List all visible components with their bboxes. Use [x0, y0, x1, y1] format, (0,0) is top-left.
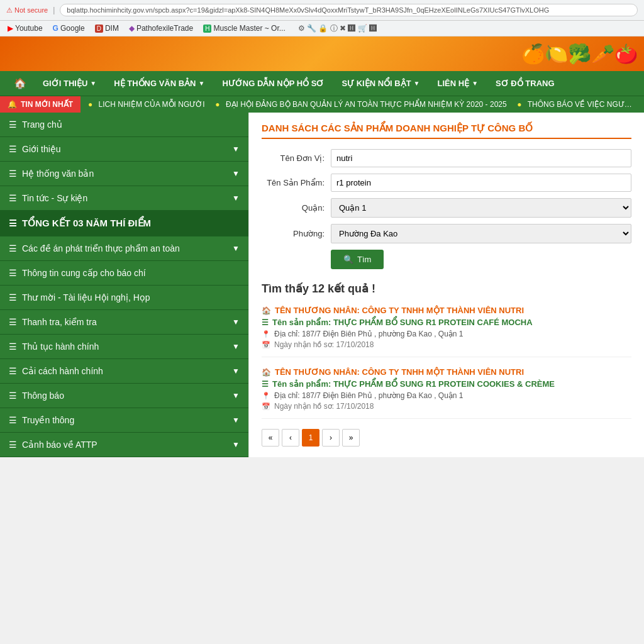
list-icon-6: ☰	[9, 268, 17, 278]
pathofexile-icon: ◆	[129, 24, 135, 33]
sidebar-item-truyen-thong[interactable]: ☰ Truyền thông ▼	[0, 408, 248, 433]
don-vi-label: Tên Đơn Vị:	[262, 153, 325, 163]
result-item-2: 🏠 TÊN THƯƠNG NHÂN: CÔNG TY TNHH MỘT THÀN…	[262, 367, 631, 419]
ticker-bullet-2: ●	[215, 100, 219, 109]
sidebar-item-thu-tuc[interactable]: ☰ Thủ tục hành chính ▼	[0, 335, 248, 359]
sidebar-item-tong-ket[interactable]: ☰ TỔNG KẾT 03 NĂM THÍ ĐIỂM	[0, 211, 248, 236]
pagination-page-1[interactable]: 1	[302, 429, 319, 447]
url-bar[interactable]: bqlattp.hochiminhcity.gov.vn/spcb.aspx?c…	[60, 4, 638, 16]
sidebar-item-de-an[interactable]: ☰ Các đề án phát triển thực phẩm an toàn…	[0, 236, 248, 261]
don-vi-input[interactable]	[331, 149, 631, 167]
list-icon-r2: ☰	[262, 380, 269, 389]
su-kien-arrow: ▼	[414, 80, 420, 87]
quan-row: Quận: Quận 1	[262, 198, 631, 218]
muscle-master-icon: H	[203, 25, 211, 33]
pin-icon-1: 📍	[262, 330, 270, 338]
list-icon-13: ☰	[9, 440, 17, 450]
site-banner: 🍊🍋🥦🥕🍅	[0, 36, 644, 71]
sidebar-item-thong-tin[interactable]: ☰ Thông tin cung cấp cho báo chí	[0, 261, 248, 286]
result-2-product[interactable]: ☰ Tên sản phẩm: THỰC PHẨM BỔ SUNG R1 PRO…	[262, 379, 631, 389]
tin-tuc-expand: ▼	[232, 194, 240, 203]
calendar-icon-2: 📅	[262, 402, 270, 411]
list-icon-2: ☰	[9, 169, 17, 179]
san-pham-label: Tên Sản Phẩm:	[262, 178, 325, 187]
url-text: bqlattp.hochiminhcity.gov.vn/spcb.aspx?c…	[67, 6, 549, 14]
van-ban-expand: ▼	[232, 169, 240, 178]
dim-icon: D	[95, 25, 103, 33]
thanh-tra-expand: ▼	[232, 318, 240, 326]
home-icon: 🏠	[14, 78, 26, 89]
bookmarks-bar: ▶ Youtube G Google D DIM ◆ PathofexileTr…	[0, 21, 644, 36]
nav-item-he-thong-van-ban[interactable]: HỆ THỐNG VĂN BẢN ▼	[105, 72, 213, 94]
san-pham-row: Tên Sản Phẩm:	[262, 174, 631, 192]
search-icon: 🔍	[343, 255, 353, 264]
browser-chrome: ⚠ Not secure | bqlattp.hochiminhcity.gov…	[0, 0, 644, 21]
website: 🍊🍋🥦🥕🍅 🏠 GIỚI THIỆU ▼ HỆ THỐNG VĂN BẢN ▼ …	[0, 36, 644, 457]
nav-item-huong-dan[interactable]: HƯỚNG DẪN NỘP HỒ SƠ	[213, 72, 333, 94]
page-title: DANH SÁCH CÁC SẢN PHẨM DOANH NGHIỆP TỰ C…	[262, 123, 631, 139]
sidebar-item-he-thong-van-ban[interactable]: ☰ Hệ thống văn bản ▼	[0, 162, 248, 186]
de-an-expand: ▼	[232, 244, 240, 253]
quan-label: Quận:	[262, 203, 325, 213]
list-icon-7: ☰	[9, 292, 17, 303]
pagination-next[interactable]: ›	[322, 429, 340, 447]
banner-fruits: 🍊🍋🥦🥕🍅	[521, 36, 638, 71]
nav-item-lien-he[interactable]: LIÊN HỆ ▼	[429, 72, 487, 94]
van-ban-arrow: ▼	[198, 80, 204, 87]
gioi-thieu-expand: ▼	[232, 145, 240, 153]
canh-bao-expand: ▼	[232, 440, 240, 449]
ticker-label: 🔔 TIN MỚI NHẤT	[0, 96, 80, 113]
list-icon-9: ☰	[9, 341, 17, 352]
bookmark-youtube[interactable]: ▶ Youtube	[5, 23, 45, 34]
content-area: ☰ Trang chủ ☰ Giới thiệu ▼ ☰ Hệ thống vă…	[0, 113, 644, 457]
sidebar-item-gioi-thieu[interactable]: ☰ Giới thiệu ▼	[0, 137, 248, 162]
nav-home-button[interactable]: 🏠	[6, 71, 34, 96]
lien-he-arrow: ▼	[472, 80, 478, 87]
result-1-product[interactable]: ☰ Tên sản phẩm: THỰC PHẨM BỔ SUNG R1 PRO…	[262, 318, 631, 327]
nav-item-so-do-trang[interactable]: SƠ ĐỒ TRANG	[487, 72, 564, 94]
truyen-thong-expand: ▼	[232, 416, 240, 425]
result-2-address: 📍 Địa chỉ: 187/7 Điện Biên Phủ , phường …	[262, 391, 631, 400]
pagination-last[interactable]: »	[342, 429, 360, 447]
result-2-date: 📅 Ngày nhận hồ sơ: 17/10/2018	[262, 402, 631, 411]
sidebar: ☰ Trang chủ ☰ Giới thiệu ▼ ☰ Hệ thống vă…	[0, 113, 248, 457]
list-icon-0: ☰	[9, 119, 17, 130]
ticker-bullet-3: ●	[517, 100, 521, 109]
bookmark-pathofexile[interactable]: ◆ PathofexileTrade	[126, 23, 196, 34]
pagination-first[interactable]: «	[262, 429, 279, 447]
bookmark-muscle-master[interactable]: H Muscle Master ~ Or...	[201, 23, 288, 34]
quan-select[interactable]: Quận 1	[331, 198, 631, 218]
thong-bao-expand: ▼	[232, 391, 240, 400]
bell-icon: 🔔	[8, 100, 17, 109]
list-icon-12: ☰	[9, 415, 17, 425]
list-icon-10: ☰	[9, 366, 17, 376]
sidebar-item-thong-bao[interactable]: ☰ Thông báo ▼	[0, 384, 248, 408]
sidebar-item-tin-tuc[interactable]: ☰ Tin tức - Sự kiện ▼	[0, 186, 248, 211]
sidebar-item-trang-chu[interactable]: ☰ Trang chủ	[0, 113, 248, 137]
phuong-select[interactable]: Phường Đa Kao	[331, 224, 631, 243]
search-button[interactable]: 🔍 Tìm	[331, 250, 384, 269]
sidebar-item-canh-bao[interactable]: ☰ Cảnh báo về ATTP ▼	[0, 433, 248, 457]
search-form: Tên Đơn Vị: Tên Sản Phẩm: Quận: Quận 1 P…	[262, 149, 631, 269]
result-1-merchant: 🏠 TÊN THƯƠNG NHÂN: CÔNG TY TNHH MỘT THÀN…	[262, 306, 631, 315]
pagination-prev[interactable]: ‹	[282, 429, 299, 447]
main-navigation: 🏠 GIỚI THIỆU ▼ HỆ THỐNG VĂN BẢN ▼ HƯỚNG …	[0, 71, 644, 96]
calendar-icon-1: 📅	[262, 341, 270, 349]
ticker-bullet-1: ●	[88, 100, 92, 109]
nav-item-gioi-thieu[interactable]: GIỚI THIỆU ▼	[34, 72, 105, 94]
bookmark-google[interactable]: G Google	[50, 23, 87, 34]
results-count: Tìm thấy 12 kết quả !	[262, 282, 631, 296]
nav-item-su-kien[interactable]: SỰ KIỆN NỔI BẬT ▼	[333, 72, 428, 94]
san-pham-input[interactable]	[331, 174, 631, 192]
home-icon-2: 🏠	[262, 368, 271, 377]
list-icon-5: ☰	[9, 243, 17, 253]
sidebar-item-thanh-tra[interactable]: ☰ Thanh tra, kiểm tra ▼	[0, 310, 248, 335]
fruit-icons: 🍊🍋🥦🥕🍅	[521, 43, 638, 65]
phuong-label: Phường:	[262, 229, 325, 238]
list-icon-11: ☰	[9, 391, 17, 401]
url-separator: |	[53, 6, 55, 14]
sidebar-item-thu-moi[interactable]: ☰ Thư mời - Tài liệu Hội nghị, Họp	[0, 286, 248, 310]
bookmark-dim[interactable]: D DIM	[92, 23, 121, 34]
cai-cach-expand: ▼	[232, 367, 240, 375]
sidebar-item-cai-cach[interactable]: ☰ Cải cách hành chính ▼	[0, 359, 248, 384]
